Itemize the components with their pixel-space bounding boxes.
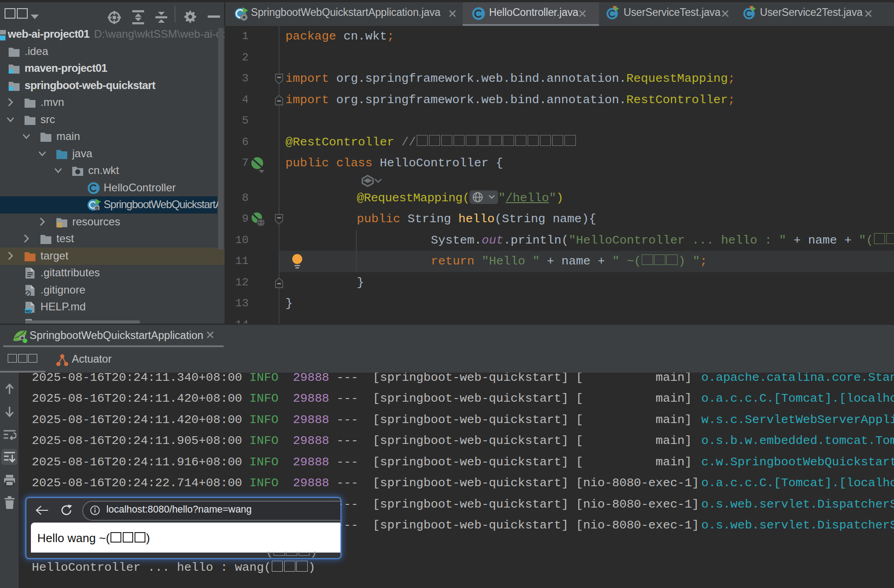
svg-text:MD: MD bbox=[25, 309, 32, 314]
